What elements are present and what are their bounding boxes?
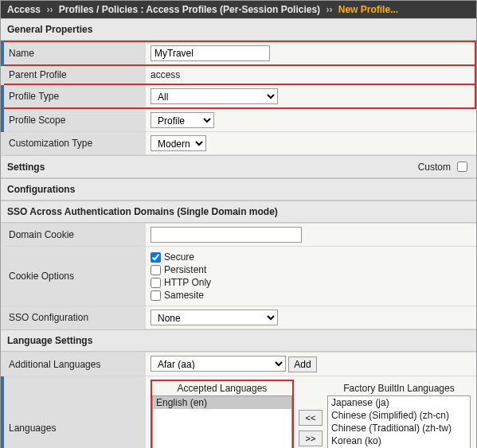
profile-type-select[interactable]: All [151,88,278,104]
list-item[interactable]: Chinese (Simplified) (zh-cn) [328,409,470,422]
custom-checkbox[interactable] [457,162,467,172]
accepted-languages-list[interactable]: English (en) [152,395,292,448]
breadcrumb-sep: ›› [46,4,53,15]
accepted-languages-title: Accepted Languages [152,381,292,395]
section-language-settings: Language Settings [1,329,476,352]
sso-configuration-select[interactable]: None [151,310,278,325]
list-item[interactable]: English (en) [153,396,291,409]
section-general-properties: General Properties [1,18,476,41]
add-language-button[interactable]: Add [288,356,316,372]
additional-languages-select[interactable]: Afar (aa) [151,356,286,372]
label-customization-type: Customization Type [2,132,146,155]
move-right-button[interactable]: >> [299,430,323,446]
parent-profile-value: access [146,65,475,84]
profile-scope-select[interactable]: Profile [151,112,214,128]
section-sso: SSO Across Authentication Domains (Singl… [1,201,476,223]
label-profile-scope: Profile Scope [2,108,146,132]
factory-languages-list[interactable]: Japanese (ja) Chinese (Simplified) (zh-c… [327,395,471,448]
breadcrumb-seg1[interactable]: Access [7,4,41,15]
section-settings: Settings Custom [1,155,476,178]
breadcrumb: Access ›› Profiles / Policies : Access P… [1,1,476,18]
name-input[interactable] [151,45,270,61]
customization-type-select[interactable]: Modern [151,135,206,151]
label-name: Name [2,41,146,65]
breadcrumb-current: New Profile... [338,4,398,15]
samesite-checkbox[interactable] [151,290,161,301]
list-item[interactable]: Chinese (Traditional) (zh-tw) [328,422,470,434]
factory-languages-title: Factory BuiltIn Languages [327,381,471,395]
list-item[interactable]: Japanese (ja) [328,396,470,409]
httponly-checkbox[interactable] [151,278,161,288]
label-cookie-options: Cookie Options [2,247,146,306]
list-item[interactable]: Korean (ko) [328,434,470,447]
persistent-checkbox[interactable] [151,265,161,275]
section-configurations: Configurations [1,178,476,201]
label-profile-type: Profile Type [2,84,146,108]
secure-checkbox[interactable] [151,252,161,263]
label-additional-languages: Additional Languages [2,353,146,376]
domain-cookie-input[interactable] [151,227,302,243]
custom-label: Custom [418,162,451,173]
move-left-button[interactable]: << [299,410,323,426]
label-languages: Languages [2,376,146,449]
label-parent-profile: Parent Profile [2,65,146,84]
breadcrumb-seg2[interactable]: Profiles / Policies : Access Profiles (P… [59,4,320,15]
label-domain-cookie: Domain Cookie [2,224,146,247]
breadcrumb-sep: ›› [326,4,332,15]
label-sso-configuration: SSO Configuration [2,306,146,329]
